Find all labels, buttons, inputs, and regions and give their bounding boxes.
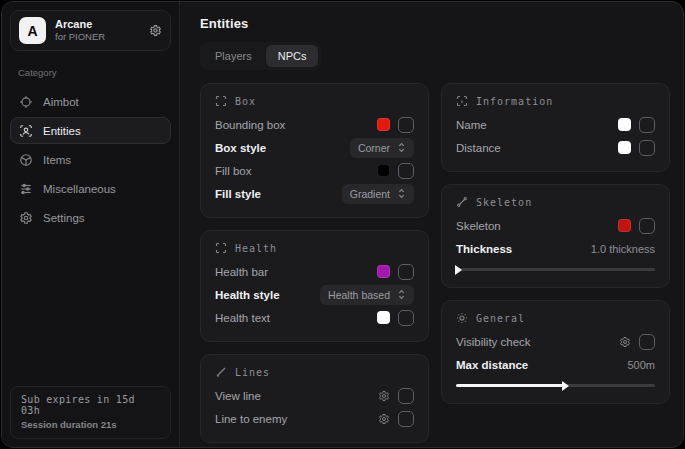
health-bar-checkbox[interactable]	[398, 264, 414, 280]
box-style-row: Box style Corner	[215, 136, 414, 159]
card-title: Information	[476, 96, 553, 107]
gear-icon	[19, 211, 33, 225]
distance-row: Distance	[456, 136, 655, 159]
pencil-line-icon	[215, 366, 227, 378]
card-title: Health	[235, 243, 277, 254]
skeleton-card: Skeleton Skeleton Thickness 1.0 thicknes…	[441, 184, 670, 288]
skeleton-row: Skeleton	[456, 214, 655, 237]
fill-box-row: Fill box	[215, 159, 414, 182]
health-text-checkbox[interactable]	[398, 310, 414, 326]
card-title: Skeleton	[476, 197, 532, 208]
unfold-icon	[397, 142, 406, 153]
name-color-swatch[interactable]	[618, 118, 631, 131]
package-icon	[19, 153, 33, 167]
tab-npcs[interactable]: NPCs	[266, 45, 319, 67]
page-title: Entities	[200, 16, 670, 31]
line-to-enemy-gear-icon[interactable]	[378, 413, 390, 425]
skeleton-checkbox[interactable]	[639, 218, 655, 234]
app-window: A Arcane for PIONER Category Aimbot	[1, 1, 684, 448]
visibility-check-gear-icon[interactable]	[619, 336, 631, 348]
sidebar-item-label: Items	[43, 154, 71, 166]
health-card: Health Health bar Health style Health ba…	[200, 230, 429, 342]
information-card: Information Name Distance	[441, 83, 670, 172]
visibility-check-row: Visibility check	[456, 330, 655, 353]
session-duration-text: Session duration 21s	[21, 419, 160, 430]
sliders-icon	[19, 182, 33, 196]
view-line-checkbox[interactable]	[398, 388, 414, 404]
tab-group: Players NPCs	[200, 42, 321, 70]
line-to-enemy-checkbox[interactable]	[398, 411, 414, 427]
visibility-check-checkbox[interactable]	[639, 334, 655, 350]
health-text-row: Health text	[215, 306, 414, 329]
health-bar-color-swatch[interactable]	[377, 265, 390, 278]
general-card: General Visibility check Max distance	[441, 300, 670, 404]
thickness-row: Thickness 1.0 thickness	[456, 237, 655, 260]
sidebar-nav: Aimbot Entities Items Miscellaneous	[10, 88, 171, 231]
box-card: Box Bounding box Box style Corner	[200, 83, 429, 218]
app-logo: A	[19, 17, 46, 44]
fill-style-row: Fill style Gradient	[215, 182, 414, 205]
sub-expiry-text: Sub expires in 15d 03h	[21, 394, 160, 416]
subscription-info: Sub expires in 15d 03h Session duration …	[10, 386, 171, 439]
box-style-dropdown[interactable]: Corner	[350, 138, 414, 158]
bounding-box-color-swatch[interactable]	[377, 118, 390, 131]
unfold-icon	[397, 289, 406, 300]
bone-icon	[456, 196, 468, 208]
thickness-value: 1.0 thickness	[591, 243, 655, 255]
sidebar-item-label: Entities	[43, 125, 81, 137]
line-to-enemy-row: Line to enemy	[215, 407, 414, 430]
box-corners-icon	[215, 95, 227, 107]
sidebar-item-items[interactable]: Items	[10, 146, 171, 173]
view-line-row: View line	[215, 384, 414, 407]
main-panel: Entities Players NPCs Box Bounding box	[180, 2, 683, 447]
health-corners-icon	[215, 242, 227, 254]
card-title: General	[476, 313, 525, 324]
health-bar-row: Health bar	[215, 260, 414, 283]
name-row: Name	[456, 113, 655, 136]
bounding-box-row: Bounding box	[215, 113, 414, 136]
fill-box-color-swatch[interactable]	[377, 164, 390, 177]
sidebar-item-label: Aimbot	[43, 96, 79, 108]
max-distance-value: 500m	[627, 359, 655, 371]
settings-icon[interactable]	[149, 24, 162, 37]
app-subtitle: for PIONER	[55, 31, 140, 43]
tab-players[interactable]: Players	[203, 45, 264, 67]
card-title: Box	[235, 96, 256, 107]
app-name: Arcane	[55, 18, 140, 32]
lines-card: Lines View line Line to enemy	[200, 354, 429, 443]
max-distance-row: Max distance 500m	[456, 353, 655, 376]
fill-box-checkbox[interactable]	[398, 163, 414, 179]
distance-color-swatch[interactable]	[618, 141, 631, 154]
sidebar: A Arcane for PIONER Category Aimbot	[2, 2, 180, 447]
max-distance-slider-thumb[interactable]	[562, 381, 569, 391]
unfold-icon	[397, 188, 406, 199]
sidebar-item-label: Miscellaneous	[43, 183, 116, 195]
sidebar-item-label: Settings	[43, 212, 85, 224]
view-line-gear-icon[interactable]	[378, 390, 390, 402]
health-text-color-swatch[interactable]	[377, 311, 390, 324]
card-title: Lines	[235, 367, 270, 378]
crosshair-icon	[19, 95, 33, 109]
distance-checkbox[interactable]	[639, 140, 655, 156]
sidebar-item-entities[interactable]: Entities	[10, 117, 171, 144]
max-distance-slider[interactable]	[456, 379, 655, 391]
thickness-slider-thumb[interactable]	[455, 265, 462, 275]
category-label: Category	[18, 67, 163, 78]
sidebar-item-miscellaneous[interactable]: Miscellaneous	[10, 175, 171, 202]
sun-icon	[456, 312, 468, 324]
info-icon	[456, 95, 468, 107]
scan-person-icon	[19, 124, 33, 138]
health-style-row: Health style Health based	[215, 283, 414, 306]
thickness-slider[interactable]	[456, 263, 655, 275]
health-style-dropdown[interactable]: Health based	[320, 285, 414, 305]
skeleton-color-swatch[interactable]	[618, 219, 631, 232]
bounding-box-checkbox[interactable]	[398, 117, 414, 133]
brand-card: A Arcane for PIONER	[10, 10, 171, 51]
sidebar-item-settings[interactable]: Settings	[10, 204, 171, 231]
sidebar-item-aimbot[interactable]: Aimbot	[10, 88, 171, 115]
name-checkbox[interactable]	[639, 117, 655, 133]
fill-style-dropdown[interactable]: Gradient	[342, 184, 414, 204]
